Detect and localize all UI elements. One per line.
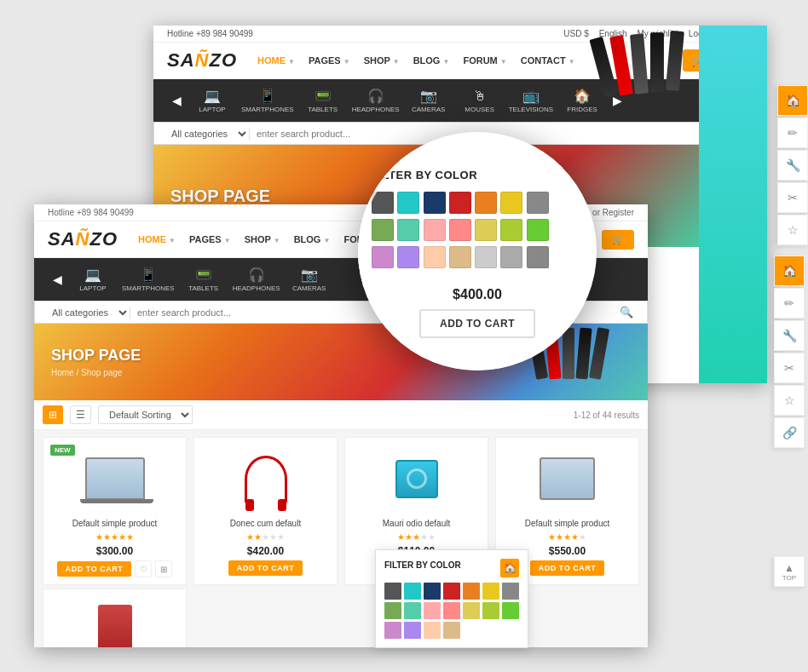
small-filter-title: FILTER BY COLOR — [384, 560, 461, 570]
front-cart-orange-btn[interactable]: 🛒 — [602, 230, 634, 250]
back-nav-forum[interactable]: FORUM ▼ — [463, 55, 506, 66]
color-swatch-darkgray[interactable] — [527, 246, 549, 268]
front-cat-headphones[interactable]: 🎧HEADPHONES — [229, 261, 284, 297]
color-swatch-peach[interactable] — [424, 246, 446, 268]
back-cat-laptop[interactable]: 💻LAPTOP — [187, 83, 238, 118]
back-cat-headphones[interactable]: 🎧HEADPHONES — [349, 83, 403, 118]
color-swatch-silver[interactable] — [475, 246, 497, 268]
sm-swatch-navy[interactable] — [424, 583, 441, 600]
side-btn-link[interactable]: 🔗 — [774, 417, 805, 448]
sm-swatch-gray[interactable] — [384, 583, 401, 600]
color-swatch-navy[interactable] — [424, 192, 446, 214]
headphone-image-2 — [245, 456, 287, 503]
back-side-btn-home[interactable]: 🏠 — [777, 85, 808, 116]
sm-swatch-lavender[interactable] — [404, 622, 421, 639]
compare-btn-1[interactable]: ⊞ — [155, 560, 172, 577]
sm-swatch-tan[interactable] — [443, 622, 460, 639]
front-cat-smartphones[interactable]: 📱SMARTPHONES — [118, 261, 178, 297]
sm-swatch-medgray[interactable] — [502, 583, 519, 600]
front-tablet-icon: 📟 — [195, 267, 212, 283]
front-category-select[interactable]: All categories — [49, 307, 130, 319]
back-nav-blog[interactable]: BLOG ▼ — [413, 55, 450, 66]
color-swatch-khaki[interactable] — [475, 219, 497, 241]
back-category-select[interactable]: All categories — [168, 128, 250, 140]
color-swatch-red[interactable] — [449, 192, 471, 214]
front-sort-select[interactable]: Default Sorting — [98, 405, 193, 424]
sm-swatch-violet[interactable] — [384, 622, 401, 639]
sm-swatch-lime[interactable] — [482, 602, 499, 619]
side-btn-cut[interactable]: ✂ — [774, 353, 805, 383]
add-to-cart-btn-1[interactable]: ADD TO CART — [57, 561, 131, 577]
back-currency: USD $ — [563, 29, 588, 38]
sm-swatch-teal[interactable] — [404, 583, 421, 600]
side-btn-home[interactable]: 🏠 — [774, 256, 805, 286]
sm-swatch-green[interactable] — [502, 602, 519, 619]
sm-swatch-olive[interactable] — [384, 602, 401, 619]
back-nav-contact[interactable]: CONTACT ▼ — [521, 55, 575, 66]
back-nav-shop[interactable]: SHOP ▼ — [364, 55, 400, 66]
front-cat-laptop[interactable]: 💻LAPTOP — [67, 261, 118, 297]
back-cat-tablets[interactable]: 📟TABLETS — [297, 83, 349, 118]
color-swatch-mint[interactable] — [397, 219, 419, 241]
front-nav-blog[interactable]: BLOG ▼ — [294, 234, 331, 244]
front-cat-prev[interactable]: ◀ — [48, 273, 67, 286]
product-card-5[interactable]: Default simple product ★★★★★ $400.00 ADD… — [43, 589, 187, 647]
color-swatch-lime[interactable] — [500, 219, 522, 241]
sm-swatch-salmon[interactable] — [424, 602, 441, 619]
back-side-btn-tool[interactable]: 🔧 — [777, 150, 808, 181]
color-swatch-salmon[interactable] — [424, 219, 446, 241]
side-btn-edit[interactable]: ✏ — [774, 288, 805, 319]
sm-swatch-khaki[interactable] — [463, 602, 480, 619]
side-btn-star[interactable]: ☆ — [774, 385, 805, 416]
back-camera-icon: 📷 — [420, 88, 437, 104]
front-cat-tablets[interactable]: 📟TABLETS — [178, 261, 229, 297]
small-filter-home-icon[interactable]: 🏠 — [500, 559, 519, 577]
color-swatch-gray[interactable] — [372, 192, 394, 214]
sm-swatch-yellow[interactable] — [482, 583, 499, 600]
back-hero-text: SHOP PAGE — [170, 187, 270, 206]
back-side-btn-cut[interactable]: ✂ — [777, 182, 808, 213]
back-side-btn-star[interactable]: ☆ — [777, 215, 808, 245]
color-swatch-yellow[interactable] — [500, 192, 522, 214]
color-swatch-teal[interactable] — [397, 192, 419, 214]
color-swatch-tan[interactable] — [449, 246, 471, 268]
back-cat-smartphones[interactable]: 📱SMARTPHONES — [238, 83, 297, 118]
color-swatch-medgray[interactable] — [527, 192, 549, 214]
back-side-btn-edit[interactable]: ✏ — [777, 118, 808, 148]
filter-popup-title: FILTER BY COLOR — [372, 169, 549, 181]
color-swatch-lavender[interactable] — [397, 246, 419, 268]
side-btn-tool[interactable]: 🔧 — [774, 320, 805, 351]
front-cat-cameras[interactable]: 📷CAMERAS — [284, 261, 335, 297]
color-swatch-green[interactable] — [527, 219, 549, 241]
top-button[interactable]: ▲ TOP — [774, 556, 805, 587]
back-cat-prev[interactable]: ◀ — [167, 94, 187, 107]
mag-add-to-cart-btn[interactable]: ADD TO CART — [419, 309, 535, 338]
sm-swatch-mint[interactable] — [404, 602, 421, 619]
product-card-1[interactable]: NEW Default simple product ★★★★★ $300.00… — [43, 437, 187, 585]
wishlist-btn-1[interactable]: ♡ — [135, 560, 152, 577]
sm-swatch-peach[interactable] — [424, 622, 441, 639]
back-cat-cameras[interactable]: 📷CAMERAS — [403, 83, 454, 118]
color-swatch-olive[interactable] — [372, 219, 394, 241]
sm-swatch-red[interactable] — [443, 583, 460, 600]
color-swatch-orange[interactable] — [475, 192, 497, 214]
add-to-cart-btn-2[interactable]: ADD TO CART — [228, 560, 303, 576]
back-nav-pages[interactable]: PAGES ▼ — [309, 55, 350, 66]
product-card-2[interactable]: Donec cum default ★★★★★ $420.00 ADD TO C… — [193, 437, 338, 585]
front-nav-home[interactable]: HOME ▼ — [138, 234, 176, 244]
back-cat-televisions[interactable]: 📺TELEVISIONS — [505, 83, 557, 118]
color-swatch-violet[interactable] — [372, 246, 394, 268]
back-nav-home[interactable]: HOME ▼ — [257, 55, 295, 66]
sm-swatch-orange[interactable] — [463, 583, 480, 600]
front-grid-view-btn[interactable]: ⊞ — [43, 405, 63, 424]
front-nav-pages[interactable]: PAGES ▼ — [189, 234, 231, 244]
color-swatch-coral[interactable] — [449, 219, 471, 241]
sm-swatch-coral[interactable] — [443, 602, 460, 619]
front-list-view-btn[interactable]: ☰ — [70, 405, 91, 424]
front-nav-shop[interactable]: SHOP ▼ — [245, 234, 280, 244]
back-cat-mouses[interactable]: 🖱MOUSES — [454, 83, 505, 118]
front-search-icon[interactable]: 🔍 — [620, 306, 633, 319]
top-label: TOP — [782, 574, 796, 582]
color-swatch-lightgray[interactable] — [500, 246, 522, 268]
add-to-cart-btn-4[interactable]: ADD TO CART — [530, 560, 604, 576]
